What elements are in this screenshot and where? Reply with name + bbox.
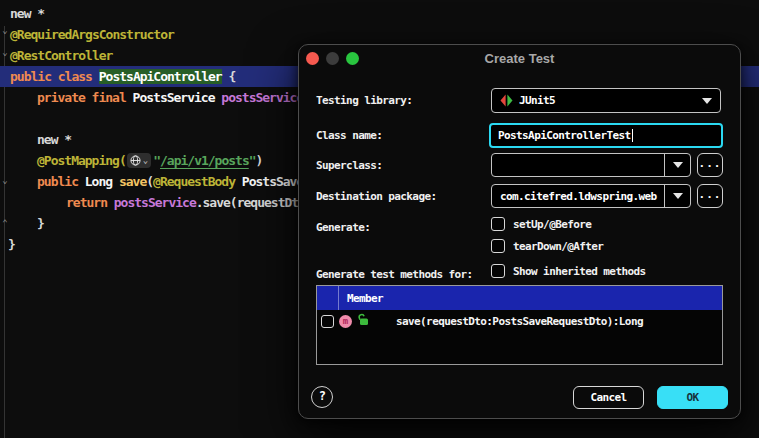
code-token: PostsService [133, 90, 222, 105]
generate-option-row[interactable]: setUp/@Before [491, 217, 591, 231]
show-inherited-methods-checkbox-row[interactable]: Show inherited methods [491, 264, 646, 278]
code-token: ) [256, 153, 263, 168]
generate-label: Generate: [316, 221, 370, 234]
class-name-input[interactable]: PostsApiControllerTest [489, 123, 723, 148]
code-token: } [8, 237, 15, 252]
code-token: save [119, 174, 146, 189]
dialog-title: Create Test [299, 51, 740, 66]
destination-package-select[interactable]: com.citefred.ldwspring.web [491, 184, 691, 208]
testing-library-label: Testing library: [316, 94, 412, 107]
generate-test-methods-label: Generate test methods for: [316, 268, 473, 281]
code-line: @RequiredArgsConstructor [0, 24, 759, 45]
cancel-button[interactable]: Cancel [573, 386, 644, 409]
testing-library-select[interactable]: JUnit5 [491, 88, 721, 113]
code-token: @PostMapping( [37, 153, 126, 168]
show-inherited-methods-label: Show inherited methods [513, 265, 646, 278]
member-signature: save(requestDto:PostsSaveRequestDto):Lon… [396, 315, 643, 328]
code-token: postsService [221, 90, 303, 105]
code-token: } [37, 216, 44, 231]
url-inlay-globe-icon[interactable]: ⌄ [127, 153, 151, 168]
code-token: " [249, 153, 256, 168]
code-token: /api/v1/posts [160, 153, 249, 168]
destination-package-browse-button[interactable]: ... [697, 184, 723, 208]
code-token: postsService [114, 195, 196, 210]
code-token: " [153, 153, 160, 168]
junit5-icon [500, 94, 513, 107]
members-table-header: Member [317, 286, 722, 310]
code-token: new * [10, 6, 44, 21]
dialog-titlebar[interactable]: Create Test [299, 45, 740, 73]
ok-button[interactable]: OK [657, 386, 728, 409]
table-row[interactable]: msave(requestDto:PostsSaveRequestDto):Lo… [317, 310, 722, 332]
chevron-down-icon[interactable] [673, 193, 683, 199]
code-line: new * [0, 3, 759, 24]
help-button[interactable]: ? [311, 386, 333, 408]
code-token: new * [37, 132, 71, 147]
chevron-down-icon[interactable] [673, 162, 683, 168]
superclass-select[interactable] [491, 153, 691, 177]
generate-option-label: setUp/@Before [513, 218, 591, 231]
generate-option-checkbox[interactable] [491, 239, 505, 253]
code-token: @RestController [10, 48, 112, 63]
code-token: PostsApiController [99, 69, 222, 84]
member-checkbox[interactable] [321, 315, 334, 328]
code-token: public [37, 174, 85, 189]
generate-option-row[interactable]: tearDown/@After [491, 239, 603, 253]
destination-package-label: Destination package: [316, 190, 436, 203]
generate-option-checkbox[interactable] [491, 217, 505, 231]
chevron-down-icon[interactable] [702, 98, 712, 104]
superclass-browse-button[interactable]: ... [697, 153, 723, 177]
destination-package-value: com.citefred.ldwspring.web [492, 190, 664, 203]
method-icon: m [339, 315, 352, 328]
code-token: private final [37, 90, 133, 105]
public-icon [357, 313, 369, 329]
class-name-label: Class name: [316, 129, 382, 142]
testing-library-value: JUnit5 [519, 94, 694, 107]
create-test-dialog: Create Test Testing library: JUnit5 Clas… [298, 44, 741, 419]
code-token: @RequestBody [153, 174, 242, 189]
code-token: @RequiredArgsConstructor [10, 27, 174, 42]
class-name-value: PostsApiControllerTest [498, 129, 631, 142]
text-caret [632, 129, 633, 142]
show-inherited-methods-checkbox[interactable] [491, 264, 505, 278]
generate-option-label: tearDown/@After [513, 240, 603, 253]
code-token: { [222, 69, 236, 84]
code-token: public class [10, 69, 99, 84]
code-token: return [66, 195, 114, 210]
superclass-label: Superclass: [316, 159, 382, 172]
checkbox-column-header [317, 286, 339, 310]
code-token: Long [85, 174, 119, 189]
member-column-header: Member [339, 292, 383, 305]
members-table[interactable]: Member msave(requestDto:PostsSaveRequest… [316, 285, 723, 365]
